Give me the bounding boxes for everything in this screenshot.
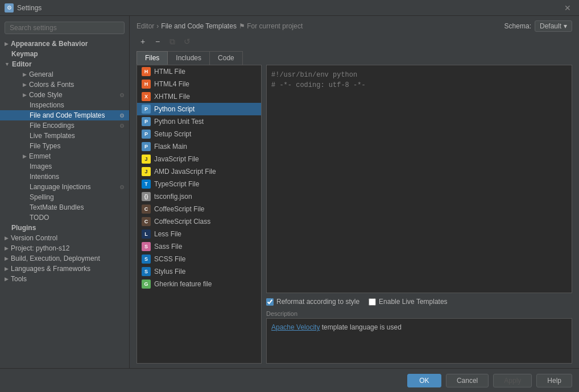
file-item-label: AMD JavaScript File [154, 168, 216, 176]
sidebar-item-colors-fonts[interactable]: ▶ Colors & Fonts [0, 80, 129, 90]
less-icon: L [142, 230, 151, 239]
list-item[interactable]: S SCSS File [137, 253, 261, 265]
sidebar-label: Keymap [11, 50, 38, 58]
live-templates-checkbox-label[interactable]: Enable Live Templates [369, 298, 448, 306]
description-section: Description Apache Velocity template lan… [266, 310, 572, 364]
arrow-icon: ▶ [5, 41, 9, 47]
arrow-icon: ▶ [23, 72, 27, 77]
gear-icon: ⚙ [119, 92, 125, 98]
sidebar-item-keymap[interactable]: Keymap [0, 49, 129, 59]
arrow-icon: ▶ [5, 235, 9, 241]
description-label: Description [266, 310, 572, 317]
list-item-gherkin[interactable]: G Gherkin feature file [137, 278, 261, 290]
python-icon: P [142, 117, 151, 126]
coffee-icon: C [142, 217, 151, 226]
list-item[interactable]: J AMD JavaScript File [137, 165, 261, 178]
sidebar-item-tools[interactable]: ▶ Tools [0, 274, 129, 284]
list-item[interactable]: S Sass File [137, 240, 261, 253]
file-item-label: tsconfig.json [154, 193, 192, 201]
list-item[interactable]: H HTML File [137, 65, 261, 78]
sidebar-item-languages[interactable]: ▶ Languages & Frameworks [0, 264, 129, 274]
list-item[interactable]: C CoffeeScript Class [137, 215, 261, 228]
sidebar-item-images[interactable]: Images [0, 161, 129, 172]
list-item[interactable]: P Flask Main [137, 140, 261, 153]
sidebar-item-emmet[interactable]: ▶ Emmet [0, 151, 129, 161]
sidebar-item-spelling[interactable]: Spelling [0, 192, 129, 202]
sidebar-item-textmate-bundles[interactable]: TextMate Bundles [0, 202, 129, 212]
cancel-button[interactable]: Cancel [446, 374, 489, 387]
search-input[interactable] [5, 22, 125, 34]
close-button[interactable]: ✕ [561, 2, 574, 14]
file-item-label: HTML File [154, 68, 185, 76]
list-item[interactable]: P Python Unit Test [137, 115, 261, 128]
chevron-down-icon: ▾ [564, 22, 567, 30]
file-item-label: Python Unit Test [154, 118, 204, 126]
sidebar-item-build[interactable]: ▶ Build, Execution, Deployment [0, 253, 129, 264]
code-editor[interactable]: #!/usr/bin/env python # -*- coding: utf-… [266, 65, 572, 293]
description-text: template language is used [320, 323, 401, 331]
list-item[interactable]: S Stylus File [137, 265, 261, 278]
list-item[interactable]: {} tsconfig.json [137, 190, 261, 203]
sidebar-item-code-style[interactable]: ▶ Code Style ⚙ [0, 90, 129, 100]
sidebar-item-project[interactable]: ▶ Project: python-s12 [0, 243, 129, 253]
list-item[interactable]: H HTML4 File [137, 78, 261, 90]
sidebar-item-editor[interactable]: ▼ Editor [0, 59, 129, 69]
reformat-label: Reformat according to style [276, 298, 359, 306]
sidebar-item-plugins[interactable]: Plugins [7, 223, 129, 233]
sidebar-item-live-templates[interactable]: Live Templates [0, 131, 129, 141]
list-item-python-script[interactable]: P Python Script [137, 103, 261, 115]
reformat-checkbox[interactable] [266, 298, 274, 306]
tab-code[interactable]: Code [209, 51, 243, 65]
list-item[interactable]: P Setup Script [137, 128, 261, 140]
list-item[interactable]: X XHTML File [137, 90, 261, 103]
remove-button[interactable]: − [151, 35, 164, 48]
settings-window: ⚙ Settings ✕ ▶ Appearance & Behavior Key… [0, 0, 579, 392]
tab-files[interactable]: Files [137, 51, 168, 65]
sidebar-label: Emmet [29, 152, 51, 160]
list-item[interactable]: T TypeScript File [137, 178, 261, 190]
sidebar-item-intentions[interactable]: Intentions [0, 172, 129, 182]
reset-button[interactable]: ↺ [181, 35, 193, 48]
code-line-2: # -*- coding: utf-8 -*- [271, 80, 567, 90]
apply-button[interactable]: Apply [493, 374, 532, 387]
ts-icon: T [142, 180, 151, 189]
html4-icon: H [142, 80, 151, 89]
sidebar-item-inspections[interactable]: Inspections [0, 100, 129, 110]
sidebar-item-file-encodings[interactable]: File Encodings ⚙ [0, 120, 129, 131]
sidebar-item-file-types[interactable]: File Types [0, 141, 129, 151]
arrow-icon: ▶ [5, 245, 9, 251]
copy-button[interactable]: ⧉ [166, 35, 179, 48]
reformat-checkbox-label[interactable]: Reformat according to style [266, 298, 359, 306]
schema-dropdown[interactable]: Default ▾ [535, 20, 572, 32]
json-icon: {} [142, 192, 151, 201]
gear-icon: ⚙ [119, 112, 125, 119]
tabs-row: Files Includes Code [130, 51, 579, 65]
sidebar-label: Editor [12, 60, 32, 68]
sidebar-item-version-control[interactable]: ▶ Version Control [0, 233, 129, 243]
list-item[interactable]: L Less File [137, 228, 261, 240]
apache-velocity-link[interactable]: Apache Velocity [271, 323, 320, 331]
ok-button[interactable]: OK [407, 374, 441, 387]
sidebar-item-appearance-behavior[interactable]: ▶ Appearance & Behavior [0, 39, 129, 49]
arrow-icon: ▶ [5, 276, 9, 282]
sidebar-item-general[interactable]: ▶ General [0, 69, 129, 80]
css-icon: S [142, 267, 151, 276]
bottom-bar: OK Cancel Apply Help [0, 368, 579, 392]
code-line-1: #!/usr/bin/env python [271, 70, 567, 80]
sidebar-item-todo[interactable]: TODO [0, 212, 129, 223]
sidebar-item-language-injections[interactable]: Language Injections ⚙ [0, 182, 129, 192]
help-button[interactable]: Help [536, 374, 572, 387]
add-button[interactable]: + [137, 35, 149, 48]
list-item[interactable]: J JavaScript File [137, 153, 261, 165]
coffee-icon: C [142, 205, 151, 214]
sidebar-item-file-and-code-templates[interactable]: File and Code Templates ⚙ [0, 110, 129, 120]
file-item-label: Setup Script [154, 130, 191, 138]
file-item-label: SCSS File [154, 255, 185, 263]
tab-includes[interactable]: Includes [167, 51, 210, 65]
list-item[interactable]: C CoffeeScript File [137, 203, 261, 215]
sidebar-label: File Types [30, 142, 60, 150]
live-templates-checkbox[interactable] [369, 298, 376, 306]
sidebar-label: Build, Execution, Deployment [11, 255, 100, 262]
xhtml-icon: X [142, 92, 151, 101]
python-icon: P [142, 105, 151, 114]
